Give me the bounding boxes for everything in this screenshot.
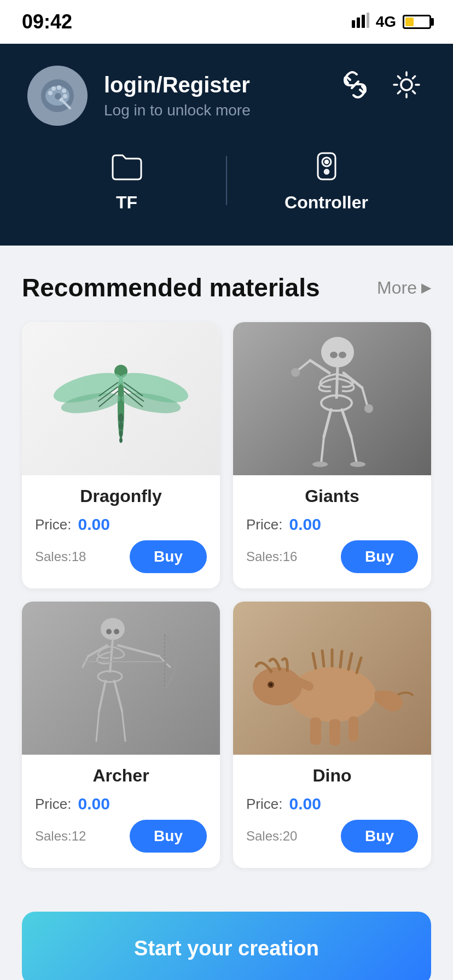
svg-point-35 bbox=[119, 430, 123, 437]
svg-point-56 bbox=[114, 629, 119, 634]
svg-rect-2 bbox=[362, 15, 365, 28]
cta-section: Start your creation bbox=[0, 890, 453, 980]
settings-button[interactable] bbox=[387, 66, 426, 104]
product-info-archer: Archer Price: 0.00 Sales:12 Buy bbox=[22, 755, 220, 868]
header-nav: TF Controller bbox=[27, 148, 426, 213]
product-info-giants: Giants Price: 0.00 Sales:16 Buy bbox=[233, 475, 431, 588]
nav-item-controller[interactable]: Controller bbox=[227, 148, 426, 213]
svg-point-37 bbox=[321, 337, 354, 368]
svg-point-33 bbox=[118, 413, 124, 422]
product-card-dino: Dino Price: 0.00 Sales:20 Buy bbox=[233, 602, 431, 868]
svg-point-7 bbox=[51, 86, 56, 91]
svg-rect-0 bbox=[352, 20, 355, 28]
product-name-archer: Archer bbox=[35, 766, 207, 786]
price-value-dragonfly: 0.00 bbox=[78, 515, 109, 534]
sales-archer: Sales:12 bbox=[35, 829, 86, 844]
svg-marker-64 bbox=[165, 659, 171, 664]
more-link[interactable]: More ▶ bbox=[377, 278, 431, 298]
svg-rect-1 bbox=[357, 18, 360, 28]
svg-line-66 bbox=[99, 681, 106, 711]
header-actions bbox=[336, 66, 426, 104]
avatar[interactable] bbox=[27, 66, 88, 126]
svg-line-48 bbox=[342, 410, 351, 437]
product-card-giants: Giants Price: 0.00 Sales:16 Buy bbox=[233, 322, 431, 588]
buy-button-dino[interactable]: Buy bbox=[341, 820, 418, 853]
svg-point-10 bbox=[63, 94, 67, 98]
svg-point-55 bbox=[106, 629, 112, 634]
svg-line-47 bbox=[321, 437, 324, 463]
product-name-giants: Giants bbox=[246, 486, 418, 506]
svg-point-54 bbox=[101, 618, 125, 640]
user-subtitle: Log in to unlock more bbox=[104, 102, 251, 119]
svg-point-39 bbox=[339, 352, 346, 358]
price-label-dragonfly: Price: bbox=[35, 516, 71, 533]
buy-button-archer[interactable]: Buy bbox=[130, 820, 207, 853]
svg-line-67 bbox=[96, 711, 99, 741]
more-arrow-icon: ▶ bbox=[421, 280, 431, 295]
svg-line-49 bbox=[351, 437, 357, 463]
nav-controller-label: Controller bbox=[284, 192, 368, 213]
svg-line-46 bbox=[324, 410, 331, 437]
svg-point-38 bbox=[330, 352, 338, 358]
status-icons: 4G bbox=[352, 13, 431, 32]
nav-item-tf[interactable]: TF bbox=[27, 148, 226, 213]
product-card-archer: Archer Price: 0.00 Sales:12 Buy bbox=[22, 602, 220, 868]
svg-rect-72 bbox=[310, 718, 321, 745]
main-content: Recommended materials More ▶ bbox=[0, 246, 453, 890]
price-value-giants: 0.00 bbox=[289, 515, 321, 534]
buy-button-giants[interactable]: Buy bbox=[341, 540, 418, 573]
product-info-dragonfly: Dragonfly Price: 0.00 Sales:18 Buy bbox=[22, 475, 220, 588]
buy-button-dragonfly[interactable]: Buy bbox=[130, 540, 207, 573]
svg-rect-3 bbox=[367, 13, 369, 28]
svg-point-71 bbox=[253, 667, 302, 705]
status-time: 09:42 bbox=[22, 10, 72, 33]
price-label-giants: Price: bbox=[246, 516, 282, 533]
section-header: Recommended materials More ▶ bbox=[22, 273, 431, 302]
svg-point-76 bbox=[269, 683, 272, 686]
svg-point-53 bbox=[364, 404, 373, 413]
svg-point-6 bbox=[48, 91, 53, 95]
price-label-dino: Price: bbox=[246, 796, 282, 813]
svg-line-69 bbox=[122, 711, 125, 741]
more-text: More bbox=[377, 278, 417, 298]
svg-line-57 bbox=[110, 640, 113, 673]
svg-rect-74 bbox=[349, 716, 358, 742]
sales-dino: Sales:20 bbox=[246, 829, 297, 844]
user-name[interactable]: login/Register bbox=[104, 73, 251, 97]
product-card-dragonfly: Dragonfly Price: 0.00 Sales:18 Buy bbox=[22, 322, 220, 588]
product-image-archer bbox=[22, 602, 220, 755]
svg-line-40 bbox=[336, 368, 338, 399]
svg-point-9 bbox=[62, 89, 66, 93]
product-image-dino bbox=[233, 602, 431, 755]
svg-line-45 bbox=[362, 388, 368, 407]
header: login/Register Log in to unlock more bbox=[0, 44, 453, 246]
network-label: 4G bbox=[376, 13, 396, 31]
svg-point-20 bbox=[326, 171, 327, 173]
nav-tf-label: TF bbox=[116, 192, 137, 213]
svg-point-8 bbox=[57, 85, 61, 90]
battery-icon bbox=[403, 15, 431, 29]
svg-point-52 bbox=[291, 368, 300, 377]
signal-icon bbox=[352, 13, 369, 32]
section-title: Recommended materials bbox=[22, 273, 320, 302]
svg-point-34 bbox=[119, 422, 123, 430]
sales-giants: Sales:16 bbox=[246, 549, 297, 564]
products-grid: Dragonfly Price: 0.00 Sales:18 Buy bbox=[22, 322, 431, 868]
product-name-dino: Dino bbox=[246, 766, 418, 786]
user-section: login/Register Log in to unlock more bbox=[27, 66, 251, 126]
sales-dragonfly: Sales:18 bbox=[35, 549, 86, 564]
svg-point-51 bbox=[350, 462, 365, 467]
cta-button[interactable]: Start your creation bbox=[22, 912, 431, 980]
svg-line-68 bbox=[114, 681, 122, 711]
svg-rect-73 bbox=[329, 719, 340, 745]
svg-point-15 bbox=[401, 79, 412, 90]
notification-button[interactable] bbox=[336, 66, 374, 104]
svg-point-70 bbox=[288, 667, 376, 722]
product-image-dragonfly bbox=[22, 322, 220, 475]
svg-point-36 bbox=[119, 438, 123, 443]
svg-point-18 bbox=[325, 160, 328, 164]
svg-point-50 bbox=[312, 462, 328, 467]
product-image-giants bbox=[233, 322, 431, 475]
status-bar: 09:42 4G bbox=[0, 0, 453, 44]
price-value-archer: 0.00 bbox=[78, 795, 109, 813]
